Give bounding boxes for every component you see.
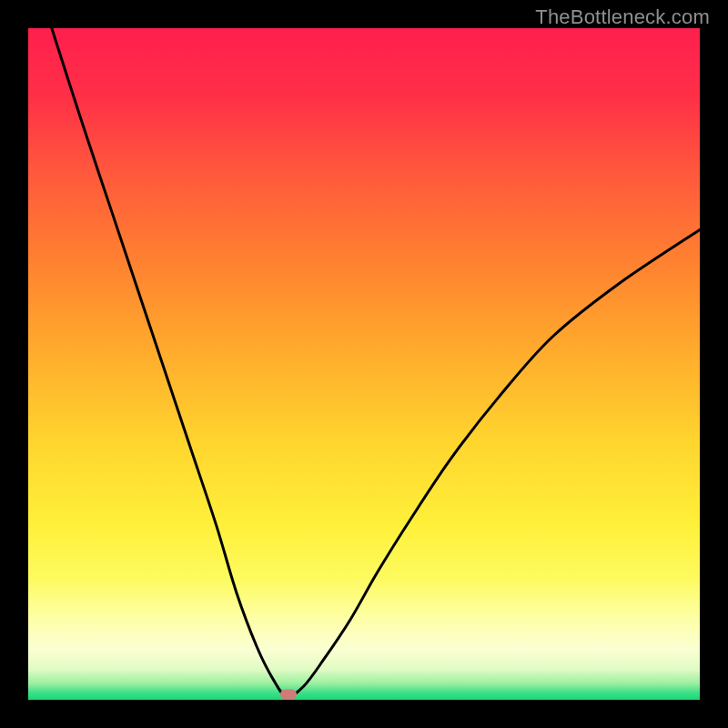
bottleneck-curve (52, 28, 700, 696)
curve-layer (28, 28, 700, 700)
plot-area (28, 28, 700, 700)
chart-frame: TheBottleneck.com (0, 0, 728, 728)
watermark-text: TheBottleneck.com (535, 5, 710, 29)
minimum-marker (280, 690, 297, 700)
